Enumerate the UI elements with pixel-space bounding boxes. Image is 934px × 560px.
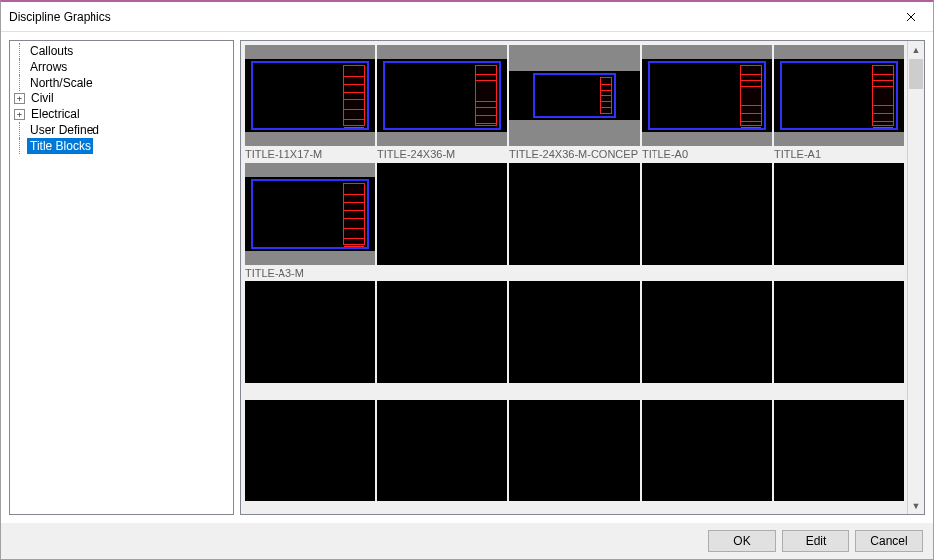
tree-item-label: Callouts (27, 43, 76, 59)
thumbnail-preview (774, 281, 904, 383)
edit-button[interactable]: Edit (782, 530, 849, 552)
tree-item-arrows[interactable]: Arrows (10, 59, 233, 75)
thumbnail-preview (642, 45, 772, 146)
tree-connector (19, 138, 20, 154)
tree-item-north-scale[interactable]: North/Scale (10, 75, 233, 91)
thumbnail-preview (774, 45, 904, 146)
thumbnail-label (642, 265, 772, 280)
thumbnail-empty (509, 281, 640, 398)
thumbnail-empty (774, 281, 904, 398)
thumbnail-empty (642, 163, 772, 280)
thumbnail-title-24x36-m-concep[interactable]: TITLE-24X36-M-CONCEP (509, 45, 640, 161)
thumbnails-grid: TITLE-11X17-MTITLE-24X36-MTITLE-24X36-M-… (243, 43, 906, 512)
thumbnail-label: TITLE-A1 (774, 146, 904, 161)
thumbnail-label (642, 383, 772, 398)
thumbnail-empty (245, 281, 375, 398)
dialog-window: Discipline Graphics CalloutsArrowsNorth/… (0, 0, 934, 560)
thumbnail-label (377, 265, 507, 280)
tree-item-label: North/Scale (27, 75, 95, 91)
thumbnail-label (509, 383, 640, 398)
titlebar: Discipline Graphics (1, 2, 933, 32)
thumbnail-empty (245, 400, 375, 512)
thumbnail-empty (509, 163, 640, 280)
thumbnail-label (774, 383, 904, 398)
thumbnail-title-a3-m[interactable]: TITLE-A3-M (245, 163, 375, 280)
thumbnail-label (245, 501, 375, 512)
thumbnail-empty (774, 163, 904, 280)
thumbnail-label (509, 501, 640, 512)
thumbnail-label (377, 501, 507, 512)
thumbnail-empty (509, 400, 640, 512)
thumbnail-preview (245, 45, 375, 146)
close-icon (906, 12, 916, 22)
thumbnail-empty (377, 163, 507, 280)
thumbnail-label: TITLE-A0 (642, 146, 772, 161)
thumbnail-label (377, 383, 507, 398)
thumbnail-label: TITLE-24X36-M-CONCEP (509, 146, 640, 161)
thumbnail-empty (774, 400, 904, 512)
vertical-scrollbar[interactable]: ▲ ▼ (907, 41, 924, 514)
thumbnail-empty (377, 400, 507, 512)
thumbnail-preview (509, 163, 640, 265)
thumbnail-label (245, 383, 375, 398)
thumbnail-empty (377, 281, 507, 398)
thumbnail-empty (642, 281, 772, 398)
expand-icon[interactable]: + (14, 93, 25, 104)
thumbnail-title-a1[interactable]: TITLE-A1 (774, 45, 904, 161)
thumbnail-preview (245, 281, 375, 383)
expand-icon[interactable]: + (14, 109, 25, 120)
cancel-button[interactable]: Cancel (855, 530, 923, 552)
thumbnail-preview (377, 281, 507, 383)
thumbnail-label: TITLE-11X17-M (245, 146, 375, 161)
ok-button[interactable]: OK (708, 530, 776, 552)
thumbnail-preview (642, 163, 772, 265)
tree-connector (19, 43, 20, 59)
tree-item-electrical[interactable]: +Electrical (10, 106, 233, 122)
thumbnail-preview (245, 400, 375, 501)
thumbnail-preview (377, 163, 507, 265)
tree-item-user-defined[interactable]: User Defined (10, 122, 233, 138)
thumbnail-preview (509, 400, 640, 501)
tree-item-title-blocks[interactable]: Title Blocks (10, 138, 233, 154)
tree-item-label: Title Blocks (27, 138, 93, 154)
tree-item-civil[interactable]: +Civil (10, 91, 233, 106)
thumbnail-preview (377, 45, 507, 146)
thumbnail-empty (642, 400, 772, 512)
thumbnail-label (509, 265, 640, 280)
tree-item-callouts[interactable]: Callouts (10, 43, 233, 59)
thumbnail-preview (245, 163, 375, 265)
content-area: CalloutsArrowsNorth/Scale+Civil+Electric… (1, 32, 933, 523)
tree-item-label: Arrows (27, 59, 70, 75)
thumbnail-title-24x36-m[interactable]: TITLE-24X36-M (377, 45, 507, 161)
tree-item-label: Electrical (28, 106, 83, 122)
thumbnail-label (774, 501, 904, 512)
thumbnail-preview (509, 45, 640, 146)
tree-item-label: User Defined (27, 122, 102, 138)
thumbnails-panel: TITLE-11X17-MTITLE-24X36-MTITLE-24X36-M-… (240, 40, 925, 515)
category-tree[interactable]: CalloutsArrowsNorth/Scale+Civil+Electric… (9, 40, 234, 515)
thumbnail-label (774, 265, 904, 280)
thumbnail-preview (642, 281, 772, 383)
thumbnail-preview (774, 400, 904, 501)
thumbnail-label: TITLE-24X36-M (377, 146, 507, 161)
close-button[interactable] (888, 2, 933, 31)
tree-connector (19, 122, 20, 138)
thumbnail-preview (642, 400, 772, 501)
thumbnail-label: TITLE-A3-M (245, 265, 375, 280)
thumbnail-title-a0[interactable]: TITLE-A0 (642, 45, 772, 161)
window-title: Discipline Graphics (9, 10, 111, 24)
scroll-thumb[interactable] (909, 59, 923, 89)
thumbnail-preview (774, 163, 904, 265)
dialog-footer: OK Edit Cancel (1, 523, 933, 559)
tree-connector (19, 59, 20, 75)
tree-item-label: Civil (28, 91, 57, 106)
thumbnail-label (642, 501, 772, 512)
scroll-up-arrow[interactable]: ▲ (908, 41, 924, 58)
thumbnail-preview (377, 400, 507, 501)
thumbnail-preview (509, 281, 640, 383)
thumbnail-title-11x17-m[interactable]: TITLE-11X17-M (245, 45, 375, 161)
scroll-down-arrow[interactable]: ▼ (908, 497, 924, 514)
tree-connector (19, 75, 20, 91)
